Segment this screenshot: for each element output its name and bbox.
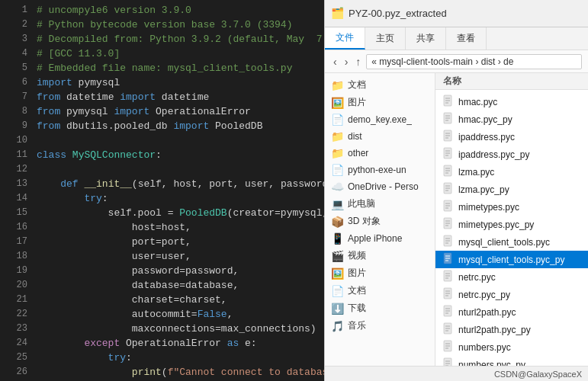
file-item[interactable]: mysql_client_tools.pyc_py xyxy=(435,251,588,268)
line-number: 21 xyxy=(6,293,27,307)
file-icon xyxy=(443,200,454,214)
code-token: user=user, xyxy=(37,249,191,264)
file-item[interactable]: netrc.pyc xyxy=(435,268,588,286)
line-number: 9 xyxy=(6,119,27,133)
file-name: hmac.pyc xyxy=(458,97,497,107)
code-token: PooledDB xyxy=(179,206,227,220)
code-line: 10 xyxy=(0,133,324,148)
file-item[interactable]: hmac.pyc xyxy=(435,93,588,110)
file-item[interactable]: hmac.pyc_py xyxy=(435,110,588,128)
file-item[interactable]: ipaddress.pyc_py xyxy=(435,146,588,163)
code-line: 26 print(f"Cannot connect to database: {… xyxy=(0,365,324,379)
code-line: 11class MySQLConnector: xyxy=(0,148,324,162)
tree-item-icon: 🖼️ xyxy=(331,267,344,280)
tree-item-label: 文档 xyxy=(348,284,366,297)
line-number: 26 xyxy=(6,365,27,379)
address-bar[interactable]: ‹ › ↑ « mysql-client-tools-main › dist ›… xyxy=(325,50,588,73)
tree-item[interactable]: ☁️OneDrive - Perso xyxy=(325,178,435,195)
address-path[interactable]: « mysql-client-tools-main › dist › de xyxy=(366,54,582,69)
code-token: : xyxy=(126,351,132,365)
folder-icon: 🗂️ xyxy=(331,7,344,20)
code-token: e: xyxy=(239,336,256,351)
tree-item[interactable]: 📄demo_key.exe_ xyxy=(325,111,435,128)
tree-item[interactable]: 💻此电脑 xyxy=(325,195,435,213)
ribbon-tab[interactable]: 共享 xyxy=(406,27,446,50)
code-token: from xyxy=(37,90,60,104)
tree-item[interactable]: 📁文档 xyxy=(325,76,435,94)
file-item[interactable]: nturl2path.pyc xyxy=(435,303,588,321)
code-token: pymysql xyxy=(72,75,120,90)
tree-item-label: 图片 xyxy=(348,96,366,109)
file-name: ipaddress.pyc xyxy=(458,132,515,142)
tree-item[interactable]: 🎵音乐 xyxy=(325,317,435,335)
tree-item-icon: 📄 xyxy=(331,114,344,126)
file-list[interactable]: hmac.pychmac.pyc_pyipaddress.pycipaddres… xyxy=(435,90,588,366)
file-item[interactable]: numbers.pyc xyxy=(435,338,588,356)
tree-item[interactable]: 🎬视频 xyxy=(325,247,435,264)
tree-item-label: 图片 xyxy=(348,267,366,280)
code-line: 23 maxconnections=max_connections) xyxy=(0,322,324,336)
code-line: 3# Decompiled from: Python 3.9.2 (defaul… xyxy=(0,32,324,46)
file-icon xyxy=(443,217,454,232)
nav-up[interactable]: ↑ xyxy=(353,56,363,68)
code-token: OperationalError xyxy=(120,336,227,351)
line-number: 20 xyxy=(6,278,27,293)
file-name: mysql_client_tools.pyc xyxy=(458,237,550,248)
tree-item-icon: 🖼️ xyxy=(331,97,344,109)
nav-back[interactable]: ‹ xyxy=(331,56,339,68)
tree-item[interactable]: 📄文档 xyxy=(325,282,435,299)
tree-item[interactable]: 🖼️图片 xyxy=(325,264,435,282)
ribbon-tab[interactable]: 文件 xyxy=(325,27,365,50)
tree-item-label: Apple iPhone xyxy=(348,233,402,244)
code-token: host=host, xyxy=(37,220,191,235)
file-item[interactable]: lzma.pyc_py xyxy=(435,181,588,198)
tree-item-icon: 🎬 xyxy=(331,250,344,262)
file-item[interactable]: lzma.pyc xyxy=(435,163,588,181)
tree-item-label: 音乐 xyxy=(348,319,366,332)
tree-item[interactable]: 📱Apple iPhone xyxy=(325,230,435,247)
file-icon xyxy=(443,235,454,249)
tree-item-label: OneDrive - Perso xyxy=(348,181,419,192)
code-line: 17 port=port, xyxy=(0,235,324,249)
file-item[interactable]: nturl2path.pyc_py xyxy=(435,321,588,338)
file-name: netrc.pyc_py xyxy=(458,290,510,300)
code-line: 6import pymysql xyxy=(0,75,324,90)
file-name: mimetypes.pyc xyxy=(458,202,519,213)
code-token: pymysql xyxy=(60,104,114,119)
tree-item-label: 3D 对象 xyxy=(348,215,381,228)
line-number: 6 xyxy=(6,75,27,90)
nav-forward[interactable]: › xyxy=(342,56,351,68)
tree-item[interactable]: 📦3D 对象 xyxy=(325,213,435,230)
navigation-tree[interactable]: 📁文档🖼️图片📄demo_key.exe_📁dist📁other📄python-… xyxy=(325,73,435,366)
ribbon-tab[interactable]: 查看 xyxy=(446,27,487,50)
file-item[interactable]: numbers.pyc_py xyxy=(435,356,588,366)
code-token: self.pool = xyxy=(37,206,179,220)
tree-item[interactable]: 🖼️图片 xyxy=(325,94,435,111)
file-item[interactable]: netrc.pyc_py xyxy=(435,286,588,303)
file-item[interactable]: mimetypes.pyc_py xyxy=(435,216,588,233)
ribbon-tab[interactable]: 主页 xyxy=(365,27,406,50)
line-number: 23 xyxy=(6,322,27,336)
tree-item[interactable]: ⬇️下载 xyxy=(325,299,435,317)
file-item[interactable]: mysql_client_tools.pyc xyxy=(435,233,588,251)
file-icon xyxy=(443,357,454,366)
file-name: numbers.pyc_py xyxy=(458,360,525,367)
svg-rect-60 xyxy=(444,358,451,366)
tree-item[interactable]: 📄python-exe-un xyxy=(325,162,435,178)
tree-item[interactable]: 📁dist xyxy=(325,128,435,145)
code-line: 22 autocommit=False, xyxy=(0,307,324,322)
tree-item-label: dist xyxy=(348,131,362,142)
file-item[interactable]: ipaddress.pyc xyxy=(435,128,588,146)
code-token: maxconnections=max_connections) xyxy=(37,322,316,336)
file-item[interactable]: mimetypes.pyc xyxy=(435,198,588,216)
status-text: CSDN@GalaxySpaceX xyxy=(494,370,582,379)
code-token: import xyxy=(173,119,209,133)
file-name: nturl2path.pyc_py xyxy=(458,325,531,335)
tree-item[interactable]: 📁other xyxy=(325,145,435,162)
code-editor[interactable]: 1# uncompyle6 version 3.9.02# Python byt… xyxy=(0,0,324,381)
file-icon xyxy=(443,270,454,284)
column-header: 名称 xyxy=(435,73,588,90)
tree-item-label: 此电脑 xyxy=(348,197,375,210)
code-token: : xyxy=(156,148,162,162)
tree-item-icon: 📄 xyxy=(331,164,344,176)
